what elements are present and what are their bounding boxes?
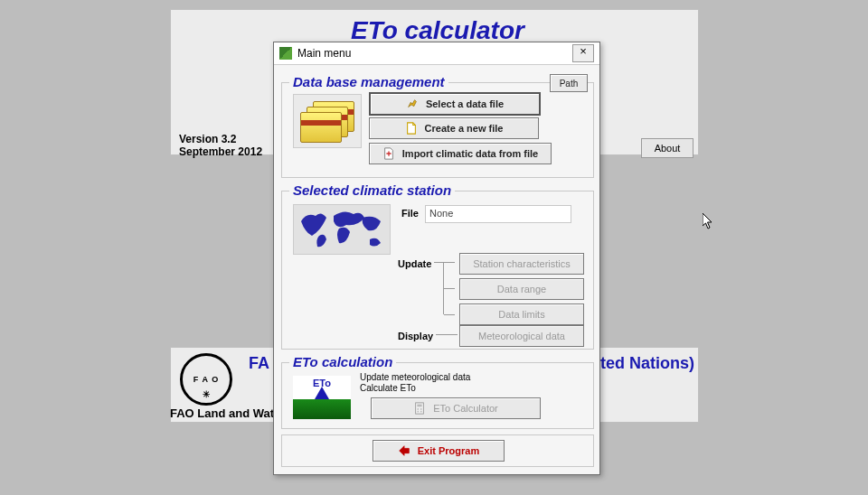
footer-text: FAO Land and Water — [170, 406, 285, 420]
version-line1: Version 3.2 — [179, 133, 236, 145]
file-value-field: None — [425, 205, 571, 223]
update-label: Update — [398, 258, 431, 269]
group-selected-station: Selected climatic station File None Upda… — [281, 191, 594, 350]
svg-point-4 — [420, 408, 422, 410]
org-text-left: FA — [249, 354, 269, 373]
group-exit: Exit Program — [281, 434, 594, 467]
group-eto-calculation: ETo calculation ETo Update meteorologica… — [281, 362, 594, 429]
data-range-label: Data range — [497, 284, 546, 294]
exit-program-button[interactable]: Exit Program — [373, 440, 505, 462]
cursor-icon — [703, 213, 713, 229]
eto-hint-2: Calculate ETo — [360, 383, 416, 393]
station-characteristics-button[interactable]: Station characteristics — [459, 253, 584, 275]
org-text-right: ted Nations) — [600, 354, 694, 373]
about-button[interactable]: About — [641, 138, 693, 158]
display-connector — [436, 334, 458, 335]
station-characteristics-label: Station characteristics — [473, 258, 571, 269]
main-menu-window: Main menu × Data base management Path Se… — [273, 42, 600, 475]
group-database-management: Data base management Path Select a data … — [281, 82, 594, 178]
eto-hint-1: Update meteorological data — [360, 372, 470, 382]
svg-point-3 — [418, 408, 420, 410]
eto-diagram-icon: ETo — [293, 376, 351, 419]
data-limits-button[interactable]: Data limits — [459, 304, 584, 325]
hand-point-icon — [406, 98, 419, 110]
path-button-label: Path — [560, 79, 579, 89]
calculator-icon — [413, 402, 426, 415]
fao-logo-icon: F A O — [180, 353, 232, 406]
select-data-file-button[interactable]: Select a data file — [369, 92, 541, 116]
version-line2: September 2012 — [179, 145, 262, 158]
create-new-file-button[interactable]: Create a new file — [369, 117, 539, 139]
window-title: Main menu — [297, 47, 572, 60]
data-range-button[interactable]: Data range — [459, 278, 584, 300]
svg-rect-2 — [418, 405, 422, 407]
select-data-file-label: Select a data file — [426, 98, 504, 109]
new-file-icon — [405, 122, 418, 135]
close-button[interactable]: × — [572, 44, 594, 62]
import-climatic-data-button[interactable]: Import climatic data from file — [369, 143, 552, 164]
update-bracket — [443, 262, 444, 314]
update-connector — [434, 262, 443, 263]
create-new-file-label: Create a new file — [425, 123, 504, 134]
import-file-icon — [382, 147, 395, 160]
eto-calculator-label: ETo Calculator — [433, 403, 498, 414]
group-legend-station: Selected climatic station — [289, 182, 455, 198]
group-legend-eto: ETo calculation — [289, 354, 396, 369]
app-icon — [279, 47, 292, 60]
svg-point-6 — [420, 411, 422, 413]
file-label: File — [401, 208, 419, 219]
data-limits-label: Data limits — [498, 309, 544, 320]
path-button[interactable]: Path — [550, 74, 588, 92]
folders-icon — [293, 94, 362, 148]
meteorological-data-label: Meteorological data — [478, 331, 565, 341]
meteorological-data-button[interactable]: Meteorological data — [459, 325, 584, 347]
eto-calculator-button[interactable]: ETo Calculator — [371, 397, 541, 419]
import-climatic-data-label: Import climatic data from file — [402, 148, 538, 159]
display-label: Display — [398, 331, 433, 341]
titlebar: Main menu × — [274, 42, 599, 65]
exit-icon — [398, 444, 410, 457]
world-map-icon — [293, 204, 391, 255]
group-legend-database: Data base management — [289, 74, 448, 89]
svg-point-5 — [418, 411, 420, 413]
exit-program-label: Exit Program — [418, 445, 479, 456]
